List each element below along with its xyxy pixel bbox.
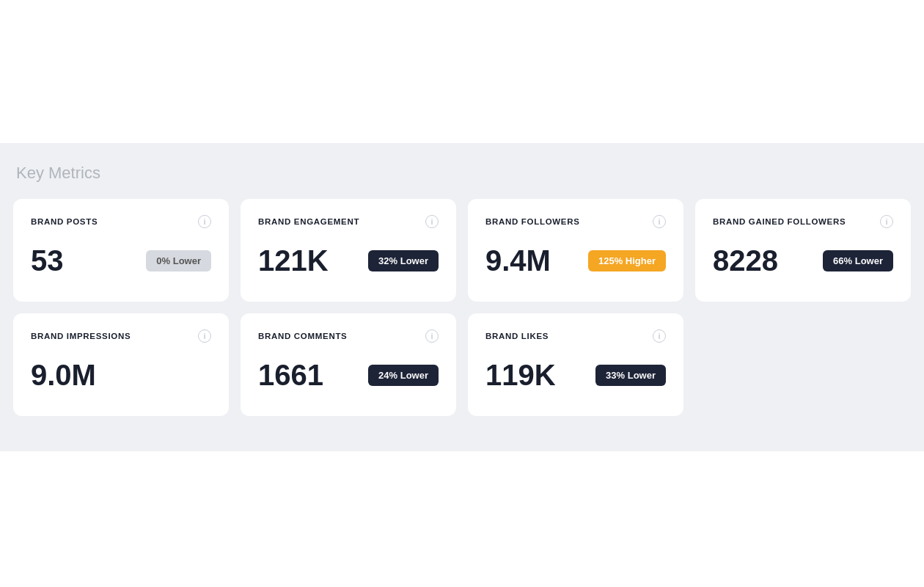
info-icon-brand-likes[interactable]: i	[653, 329, 666, 343]
card-value-brand-likes: 119K	[485, 360, 556, 390]
card-value-row: 53 0% Lower	[31, 246, 211, 275]
card-label-brand-likes: BRAND LIKES	[485, 332, 549, 340]
card-brand-engagement: BRAND ENGAGEMENT i 121K 32% Lower	[241, 199, 456, 302]
card-value-brand-gained-followers: 8228	[713, 246, 778, 275]
card-value-row: 9.0M	[31, 360, 211, 390]
card-value-row: 8228 66% Lower	[713, 246, 893, 275]
card-value-row: 121K 32% Lower	[258, 246, 439, 275]
empty-card-placeholder	[695, 313, 911, 416]
info-icon-brand-comments[interactable]: i	[425, 329, 439, 343]
card-header: BRAND LIKES i	[485, 329, 666, 343]
card-header: BRAND ENGAGEMENT i	[258, 215, 439, 228]
card-value-brand-engagement: 121K	[258, 246, 329, 275]
card-brand-comments: BRAND COMMENTS i 1661 24% Lower	[241, 313, 456, 416]
card-label-brand-followers: BRAND FOLLOWERS	[485, 217, 580, 226]
badge-brand-likes: 33% Lower	[595, 365, 666, 386]
card-brand-likes: BRAND LIKES i 119K 33% Lower	[468, 313, 683, 416]
card-label-brand-engagement: BRAND ENGAGEMENT	[258, 217, 359, 226]
card-brand-impressions: BRAND IMPRESSIONS i 9.0M	[13, 313, 229, 416]
card-value-brand-impressions: 9.0M	[31, 360, 96, 390]
top-white-space	[0, 0, 924, 143]
card-label-brand-posts: BRAND POSTS	[31, 217, 98, 226]
card-label-brand-comments: BRAND COMMENTS	[258, 332, 347, 340]
card-brand-gained-followers: BRAND GAINED FOLLOWERS i 8228 66% Lower	[695, 199, 911, 302]
card-header: BRAND IMPRESSIONS i	[31, 329, 211, 343]
cards-grid: BRAND POSTS i 53 0% Lower BRAND ENGAGEME…	[13, 199, 911, 416]
badge-brand-gained-followers: 66% Lower	[823, 250, 893, 271]
card-brand-followers: BRAND FOLLOWERS i 9.4M 125% Higher	[468, 199, 683, 302]
card-value-brand-comments: 1661	[258, 360, 323, 390]
card-value-brand-posts: 53	[31, 246, 64, 275]
card-value-row: 9.4M 125% Higher	[485, 246, 666, 275]
badge-brand-comments: 24% Lower	[368, 365, 439, 386]
badge-brand-engagement: 32% Lower	[368, 250, 439, 271]
card-header: BRAND GAINED FOLLOWERS i	[713, 215, 893, 228]
card-header: BRAND FOLLOWERS i	[485, 215, 666, 228]
info-icon-brand-followers[interactable]: i	[653, 215, 666, 228]
card-label-brand-gained-followers: BRAND GAINED FOLLOWERS	[713, 217, 846, 226]
metrics-section: Key Metrics BRAND POSTS i 53 0% Lower BR…	[0, 143, 924, 451]
card-value-row: 119K 33% Lower	[485, 360, 666, 390]
badge-brand-posts: 0% Lower	[146, 250, 211, 271]
info-icon-brand-engagement[interactable]: i	[425, 215, 439, 228]
card-label-brand-impressions: BRAND IMPRESSIONS	[31, 332, 131, 340]
card-value-row: 1661 24% Lower	[258, 360, 439, 390]
section-title: Key Metrics	[13, 164, 911, 183]
info-icon-brand-impressions[interactable]: i	[198, 329, 211, 343]
card-value-brand-followers: 9.4M	[485, 246, 551, 275]
info-icon-brand-gained-followers[interactable]: i	[880, 215, 893, 228]
badge-brand-followers: 125% Higher	[588, 250, 666, 271]
card-header: BRAND POSTS i	[31, 215, 211, 228]
card-brand-posts: BRAND POSTS i 53 0% Lower	[13, 199, 229, 302]
info-icon-brand-posts[interactable]: i	[198, 215, 211, 228]
card-header: BRAND COMMENTS i	[258, 329, 439, 343]
